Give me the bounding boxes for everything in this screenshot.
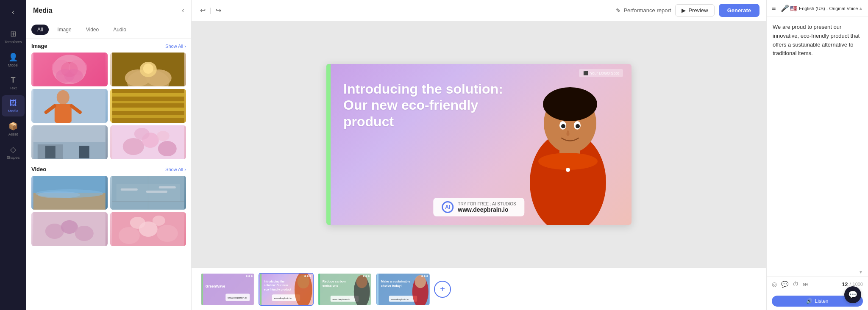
language-label: English (US) - Original Voice — [799, 6, 858, 11]
svg-rect-48 — [120, 188, 137, 191]
voice-script-text[interactable]: We are proud to present our innovative, … — [773, 23, 862, 58]
video-thumb-1[interactable] — [31, 176, 108, 210]
image-show-all[interactable]: Show All › — [165, 44, 186, 49]
performance-report-button[interactable]: ✎ Performance report — [616, 7, 671, 14]
svg-rect-21 — [112, 93, 184, 97]
undo-button[interactable]: ↩ — [198, 5, 207, 16]
media-panel-title: Media — [33, 7, 52, 14]
filmstrip-slide-2[interactable]: Introducing the solution: Our new eco-fr… — [259, 273, 314, 306]
top-toolbar: ↩ | ↪ ✎ Performance report ▶ Preview Gen… — [192, 0, 766, 21]
watermark-domain: www.deepbrain.io — [458, 206, 516, 213]
image-grid — [31, 53, 186, 159]
media-panel-close-button[interactable]: ‹ — [182, 6, 184, 15]
panel-scroll-up[interactable]: ▲ — [859, 6, 863, 11]
add-slide-button[interactable]: + — [434, 281, 451, 298]
slide-canvas[interactable]: ⬛ Your LOGO Spot Introducing the solutio… — [326, 64, 632, 225]
left-sidebar: ‹ ⊞ Templates 👤 Model T Text 🖼 Media 📦 A… — [0, 0, 26, 310]
svg-point-15 — [57, 90, 70, 105]
model-label: Model — [8, 63, 19, 67]
slide-heading-area: Introducing the solution: Our new eco-fr… — [343, 81, 504, 130]
char-count-current: 12 — [842, 281, 848, 288]
svg-rect-49 — [146, 191, 167, 193]
svg-rect-78 — [260, 274, 262, 305]
chat-icon: 💬 — [848, 290, 857, 299]
templates-label: Templates — [4, 40, 22, 44]
svg-point-33 — [122, 138, 144, 155]
right-panel: ≡ 🎤 🇺🇸 English (US) - Original Voice ▲ W… — [766, 0, 868, 310]
image-section-header: Image Show All › — [31, 43, 186, 49]
svg-rect-29 — [45, 146, 56, 158]
sidebar-item-asset[interactable]: 📦 Asset — [2, 118, 25, 140]
sidebar-item-media[interactable]: 🖼 Media — [2, 95, 25, 116]
slide-green-bar — [326, 64, 331, 225]
emoji-icon[interactable]: ◎ — [772, 281, 777, 288]
svg-point-67 — [538, 153, 598, 170]
svg-point-37 — [156, 131, 169, 141]
image-thumb-1[interactable] — [31, 53, 108, 86]
pencil-icon: ✎ — [616, 7, 621, 14]
canvas-wrapper: ⬛ Your LOGO Spot Introducing the solutio… — [192, 21, 766, 310]
video-show-all[interactable]: Show All › — [165, 167, 186, 172]
preview-button[interactable]: ▶ Preview — [675, 4, 714, 17]
watermark-label: TRY FOR FREE : AI STUDIOS — [458, 202, 516, 206]
slide-canvas-area: ⬛ Your LOGO Spot Introducing the solutio… — [192, 21, 766, 268]
watermark-content: TRY FOR FREE : AI STUDIOS www.deepbrain.… — [458, 202, 516, 213]
svg-point-58 — [118, 227, 139, 244]
comment-icon[interactable]: 💬 — [781, 281, 788, 288]
media-panel: Media ‹ All Image Video Audio Image Show… — [26, 0, 192, 310]
tab-video[interactable]: Video — [80, 25, 105, 35]
panel-scroll-down[interactable]: ▼ — [859, 270, 863, 274]
video-thumb-4[interactable] — [110, 212, 186, 246]
format-icon[interactable]: æ — [803, 281, 808, 288]
tab-audio[interactable]: Audio — [107, 25, 132, 35]
perf-report-label: Performance report — [623, 7, 671, 14]
filmstrip-slide-3[interactable]: Reduce carbon emissions www.deepbrain.io — [317, 273, 372, 306]
svg-point-101 — [415, 275, 426, 288]
media-panel-header: Media ‹ — [26, 0, 191, 21]
microphone-icon[interactable]: 🎤 — [781, 4, 789, 12]
play-icon: ▶ — [682, 7, 686, 14]
video-thumb-3[interactable] — [31, 212, 108, 246]
svg-text:eco-friendly product: eco-friendly product — [264, 288, 292, 291]
image-thumb-3[interactable] — [31, 89, 108, 123]
svg-rect-22 — [112, 101, 184, 103]
sidebar-item-shapes[interactable]: ◇ Shapes — [2, 141, 25, 163]
generate-button[interactable]: Generate — [719, 4, 760, 17]
svg-rect-87 — [318, 274, 320, 305]
back-button[interactable]: ‹ — [8, 4, 18, 20]
menu-icon[interactable]: ≡ — [772, 5, 776, 12]
language-badge[interactable]: 🇺🇸 English (US) - Original Voice — [790, 5, 858, 12]
sidebar-item-model[interactable]: 👤 Model — [2, 49, 25, 71]
svg-point-12 — [143, 64, 153, 74]
image-thumb-2[interactable] — [110, 53, 186, 86]
tab-all[interactable]: All — [31, 25, 49, 35]
filmstrip-slide-4[interactable]: Make a sustainable choice today! www.dee… — [376, 273, 431, 306]
video-section-header: Video Show All › — [31, 166, 186, 172]
sidebar-item-templates[interactable]: ⊞ Templates — [2, 26, 25, 47]
redo-button[interactable]: ↪ — [214, 5, 223, 16]
preview-label: Preview — [688, 7, 708, 14]
svg-point-65 — [543, 87, 597, 121]
svg-point-72 — [576, 124, 580, 128]
tab-image[interactable]: Image — [51, 25, 77, 35]
text-label: Text — [10, 86, 17, 90]
asset-label: Asset — [8, 132, 18, 136]
svg-text:www.deepbrain.io: www.deepbrain.io — [227, 296, 247, 299]
svg-text:www.deepbrain.io: www.deepbrain.io — [333, 298, 350, 300]
undo-redo-divider: | — [210, 7, 211, 14]
media-icon: 🖼 — [9, 99, 17, 108]
image-thumb-5[interactable] — [31, 125, 108, 159]
image-thumb-4[interactable] — [110, 89, 186, 123]
main-area: ↩ | ↪ ✎ Performance report ▶ Preview Gen… — [192, 0, 766, 310]
header-icons: ≡ 🎤 — [772, 4, 789, 12]
image-thumb-6[interactable] — [110, 125, 186, 159]
sidebar-item-text[interactable]: T Text — [2, 72, 25, 94]
video-thumb-2[interactable] — [110, 176, 186, 210]
chat-button[interactable]: 💬 — [844, 286, 861, 303]
svg-text:www.deepbrain.io: www.deepbrain.io — [391, 298, 409, 300]
char-count-max: 1000 — [853, 282, 863, 287]
clock-icon[interactable]: ⏱ — [793, 281, 798, 288]
svg-rect-95 — [377, 274, 378, 305]
svg-point-60 — [156, 225, 178, 242]
filmstrip-slide-1[interactable]: GreenWave www.deepbrain.io — [200, 273, 255, 306]
